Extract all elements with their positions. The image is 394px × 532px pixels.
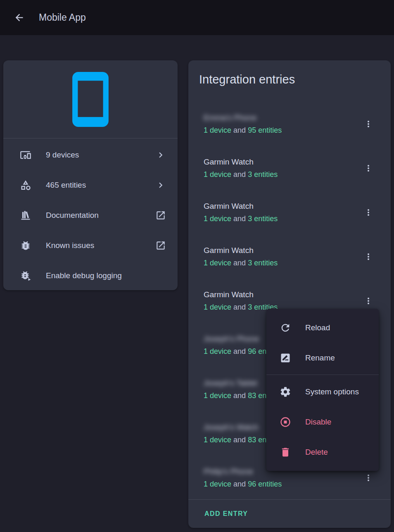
arrow-left-icon: [14, 12, 25, 23]
entry-row: Garmin Watch 1 device and 3 entities: [188, 234, 391, 279]
page-title: Mobile App: [39, 12, 86, 23]
entry-sub-and: and: [233, 126, 246, 134]
menu-item-system-options[interactable]: System options: [266, 377, 379, 407]
cellphone-icon: [72, 72, 109, 127]
chevron-right-icon: [155, 180, 166, 191]
appbar: Mobile App: [0, 0, 394, 35]
dots-vertical-icon: [363, 252, 373, 262]
entry-sub-and: and: [233, 259, 246, 267]
dots-vertical-icon: [363, 163, 373, 173]
entry-devices-link[interactable]: 1 device: [204, 347, 231, 355]
dots-vertical-icon: [363, 296, 373, 306]
entry-options-button[interactable]: [360, 293, 377, 309]
entry-devices-link[interactable]: 1 device: [204, 170, 231, 179]
info-item-entities[interactable]: 465 entities: [3, 170, 178, 200]
entry-devices-link[interactable]: 1 device: [204, 126, 231, 134]
back-button[interactable]: [9, 8, 29, 28]
entry-devices-link[interactable]: 1 device: [204, 436, 231, 444]
bug-play-icon: [20, 270, 31, 282]
entry-options-button[interactable]: [360, 204, 377, 221]
integration-page: Mobile App 9 devices 465 entities Docume…: [0, 0, 394, 532]
entry-row: Emma's Phone 1 device and 95 entities: [188, 102, 391, 146]
integration-info-card: 9 devices 465 entities Documentation Kno…: [3, 60, 178, 290]
open-in-new-icon: [155, 210, 166, 221]
entry-options-button[interactable]: [360, 160, 377, 177]
entry-sub-and: and: [233, 480, 246, 488]
entry-devices-link[interactable]: 1 device: [204, 215, 231, 223]
entry-row: Garmin Watch 1 device and 3 entities: [188, 146, 391, 190]
entry-devices-link[interactable]: 1 device: [204, 391, 231, 400]
entry-sub-and: and: [233, 347, 246, 355]
info-item-devices[interactable]: 9 devices: [3, 140, 178, 170]
entry-sub-and: and: [233, 170, 246, 179]
chevron-right-icon: [155, 150, 166, 160]
dots-vertical-icon: [363, 473, 373, 483]
menu-divider: [266, 375, 379, 375]
entry-entities-link[interactable]: 3 entities: [248, 259, 278, 267]
entries-card-title: Integration entries: [188, 60, 391, 87]
dots-vertical-icon: [363, 119, 373, 129]
open-in-new-icon: [155, 240, 166, 251]
refresh-icon: [280, 322, 291, 334]
delete-icon: [280, 446, 291, 458]
entry-devices-link[interactable]: 1 device: [204, 303, 231, 311]
devices-icon: [20, 149, 31, 161]
add-entry-button[interactable]: ADD ENTRY: [204, 508, 249, 520]
entry-options-button[interactable]: [360, 116, 377, 132]
entries-card-footer: ADD ENTRY: [188, 499, 391, 528]
bug-icon: [20, 240, 31, 251]
entry-entities-link[interactable]: 95 entities: [248, 126, 282, 134]
entry-name: Garmin Watch: [204, 202, 360, 211]
info-item-docs[interactable]: Documentation: [3, 200, 178, 230]
entry-sub-and: and: [233, 391, 246, 400]
context-menu: Reload Rename System options Disable Del…: [266, 309, 379, 471]
menu-item-reload[interactable]: Reload: [266, 313, 379, 343]
entry-name: Garmin Watch: [204, 157, 360, 167]
integration-brand: [3, 60, 178, 138]
entry-entities-link[interactable]: 96 entities: [248, 480, 282, 488]
rename-box-icon: [280, 352, 291, 364]
bookshelf-icon: [20, 210, 31, 221]
entry-devices-link[interactable]: 1 device: [204, 480, 231, 488]
entry-sub-and: and: [233, 303, 246, 311]
stop-circle-outline-icon: [280, 416, 291, 428]
entry-name: Emma's Phone: [204, 113, 360, 122]
entry-name: Garmin Watch: [204, 246, 360, 255]
cog-icon: [280, 386, 291, 398]
info-list: 9 devices 465 entities Documentation Kno…: [3, 138, 178, 292]
info-item-debug[interactable]: Enable debug logging: [3, 260, 178, 291]
menu-item-delete[interactable]: Delete: [266, 437, 379, 467]
entry-row: Garmin Watch 1 device and 3 entities: [188, 190, 391, 234]
entry-options-button[interactable]: [360, 248, 377, 265]
info-item-issues[interactable]: Known issues: [3, 230, 178, 260]
menu-item-disable[interactable]: Disable: [266, 407, 379, 437]
menu-item-rename[interactable]: Rename: [266, 343, 379, 373]
entry-sub-and: and: [233, 215, 246, 223]
entry-sub-and: and: [233, 436, 246, 444]
entry-devices-link[interactable]: 1 device: [204, 259, 231, 267]
entry-entities-link[interactable]: 3 entities: [248, 170, 278, 179]
dots-vertical-icon: [363, 208, 373, 217]
entry-name: Garmin Watch: [204, 290, 360, 299]
entry-entities-link[interactable]: 3 entities: [248, 215, 278, 223]
entry-options-button[interactable]: [360, 470, 377, 486]
shape-icon: [20, 179, 31, 191]
